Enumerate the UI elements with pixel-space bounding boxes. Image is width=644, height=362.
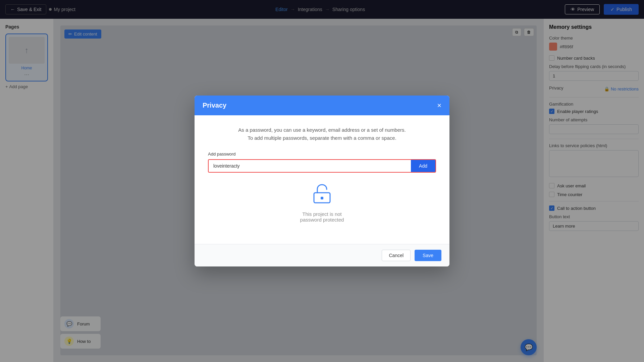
modal-header: Privacy × [195,96,449,115]
modal-description-line2: To add multiple passwords, separate them… [208,134,436,142]
no-password-line1: This project is not [302,211,342,217]
cancel-button[interactable]: Cancel [382,250,411,261]
svg-rect-1 [321,197,323,199]
add-password-button[interactable]: Add [411,160,435,172]
modal-close-button[interactable]: × [437,102,441,109]
no-password-area: This project is not password protected [208,173,436,233]
save-button[interactable]: Save [415,250,441,261]
unlocked-lock-icon [313,183,331,207]
no-password-line2: password protected [300,217,344,223]
modal-footer: Cancel Save [195,244,449,266]
password-input[interactable] [209,160,411,172]
modal-description-line1: As a password, you can use a keyword, em… [208,126,436,134]
modal-overlay: Privacy × As a password, you can use a k… [0,0,644,362]
privacy-modal: Privacy × As a password, you can use a k… [195,96,449,266]
modal-description: As a password, you can use a keyword, em… [208,126,436,142]
no-password-text: This project is not password protected [300,211,344,223]
add-password-label: Add password [208,152,436,157]
modal-title: Privacy [203,102,226,109]
password-input-row: Add [208,159,436,173]
modal-body: As a password, you can use a keyword, em… [195,115,449,244]
